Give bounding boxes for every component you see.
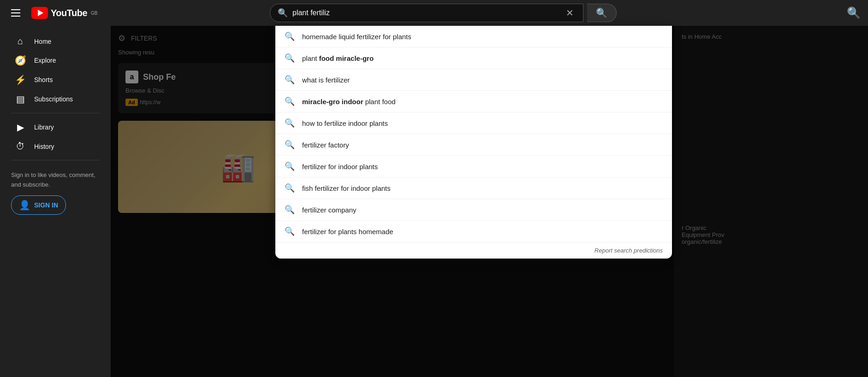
search-submit-icon: 🔍 [596, 7, 607, 18]
sidebar-item-subscriptions-label: Subscriptions [34, 95, 73, 103]
sidebar-item-home[interactable]: ⌂ Home [4, 32, 107, 50]
topbar: YouTubeGB 🔍 ✕ 🔍 🔍 [0, 0, 868, 26]
sidebar-divider-1 [11, 113, 100, 113]
history-icon: ⏱ [15, 141, 26, 152]
dropdown-item-3[interactable]: 🔍 miracle-gro indoor plant food [275, 91, 672, 112]
dropdown-text-3: miracle-gro indoor plant food [302, 98, 396, 106]
subscriptions-icon: ▤ [15, 94, 26, 105]
library-icon: ▶ [15, 122, 26, 133]
search-bar: 🔍 ✕ [270, 4, 583, 22]
search-toggle-button[interactable]: 🔍 [847, 6, 861, 19]
explore-icon: 🧭 [15, 55, 26, 66]
topbar-center: 🔍 ✕ 🔍 [118, 4, 768, 22]
dropdown-item-9[interactable]: 🔍 fertilizer for plants homemade [275, 221, 672, 242]
dropdown-item-8[interactable]: 🔍 fertilizer company [275, 199, 672, 221]
dropdown-search-icon-3: 🔍 [285, 96, 295, 106]
sidebar-item-shorts-label: Shorts [34, 76, 53, 83]
dropdown-search-icon-1: 🔍 [285, 53, 295, 63]
dropdown-text-0: homemade liquid fertilizer for plants [302, 33, 411, 41]
search-bar-icon: 🔍 [278, 8, 288, 18]
dropdown-report-footer[interactable]: Report search predictions [275, 242, 672, 259]
dropdown-text-2: what is fertilizer [302, 76, 350, 84]
dropdown-item-1[interactable]: 🔍 plant food miracle-gro [275, 47, 672, 69]
dropdown-item-2[interactable]: 🔍 what is fertilizer [275, 69, 672, 91]
dropdown-search-icon-9: 🔍 [285, 226, 295, 236]
dropdown-search-icon-0: 🔍 [285, 31, 295, 41]
dropdown-item-7[interactable]: 🔍 fish fertilizer for indoor plants [275, 177, 672, 199]
sidebar-item-history-label: History [34, 143, 54, 150]
dropdown-text-1: plant food miracle-gro [302, 54, 374, 62]
dropdown-search-icon-7: 🔍 [285, 183, 295, 193]
dropdown-search-icon-6: 🔍 [285, 161, 295, 171]
dropdown-item-4[interactable]: 🔍 how to fertilize indoor plants [275, 112, 672, 134]
sidebar-sign-in-prompt: Sign in to like videos, comment, and sub… [0, 165, 111, 220]
sidebar-item-explore[interactable]: 🧭 Explore [4, 51, 107, 70]
sidebar-item-shorts[interactable]: ⚡ Shorts [4, 71, 107, 89]
shorts-icon: ⚡ [15, 74, 26, 85]
sidebar-item-subscriptions[interactable]: ▤ Subscriptions [4, 90, 107, 108]
right-dark-overlay [674, 26, 868, 377]
dropdown-text-8: fertilizer company [302, 206, 357, 214]
sign-in-button[interactable]: 👤 SIGN IN [11, 195, 66, 215]
youtube-logo[interactable]: YouTubeGB [31, 7, 98, 19]
youtube-region: GB [91, 11, 97, 16]
dropdown-text-6: fertilizer for indoor plants [302, 163, 378, 171]
dropdown-item-0[interactable]: 🔍 homemade liquid fertilizer for plants [275, 26, 672, 47]
dropdown-item-5[interactable]: 🔍 fertilizer factory [275, 134, 672, 156]
sidebar-item-home-label: Home [34, 38, 51, 45]
topbar-right: 🔍 [768, 6, 861, 19]
dropdown-text-7: fish fertilizer for indoor plants [302, 184, 391, 192]
dropdown-item-6[interactable]: 🔍 fertilizer for indoor plants [275, 156, 672, 177]
search-submit-button[interactable]: 🔍 [587, 4, 617, 22]
sign-in-avatar-icon: 👤 [19, 200, 30, 211]
topbar-left: YouTubeGB [7, 6, 118, 20]
dropdown-search-icon-4: 🔍 [285, 118, 295, 128]
search-dropdown[interactable]: 🔍 homemade liquid fertilizer for plants … [275, 26, 672, 259]
sidebar: ⌂ Home 🧭 Explore ⚡ Shorts ▤ Subscription… [0, 26, 111, 377]
dropdown-text-5: fertilizer factory [302, 141, 349, 149]
right-panel: ts in Home Acc r Organic Equipment Prov … [674, 26, 868, 377]
sidebar-item-explore-label: Explore [34, 57, 56, 64]
search-input[interactable] [292, 9, 559, 17]
dropdown-search-icon-2: 🔍 [285, 75, 295, 85]
youtube-title: YouTube [51, 8, 87, 18]
sidebar-item-history[interactable]: ⏱ History [4, 137, 107, 155]
sidebar-divider-2 [11, 160, 100, 160]
dropdown-search-icon-5: 🔍 [285, 140, 295, 150]
home-icon: ⌂ [15, 36, 26, 47]
dropdown-text-9: fertilizer for plants homemade [302, 228, 393, 236]
sidebar-item-library[interactable]: ▶ Library [4, 118, 107, 136]
sign-in-prompt-text: Sign in to like videos, comment, and sub… [11, 171, 95, 188]
sidebar-item-library-label: Library [34, 124, 54, 131]
youtube-icon [31, 7, 48, 19]
dropdown-search-icon-8: 🔍 [285, 205, 295, 215]
hamburger-menu-button[interactable] [7, 6, 24, 20]
search-clear-button[interactable]: ✕ [564, 7, 576, 18]
dropdown-text-4: how to fertilize indoor plants [302, 119, 388, 127]
sign-in-button-label: SIGN IN [34, 201, 58, 209]
